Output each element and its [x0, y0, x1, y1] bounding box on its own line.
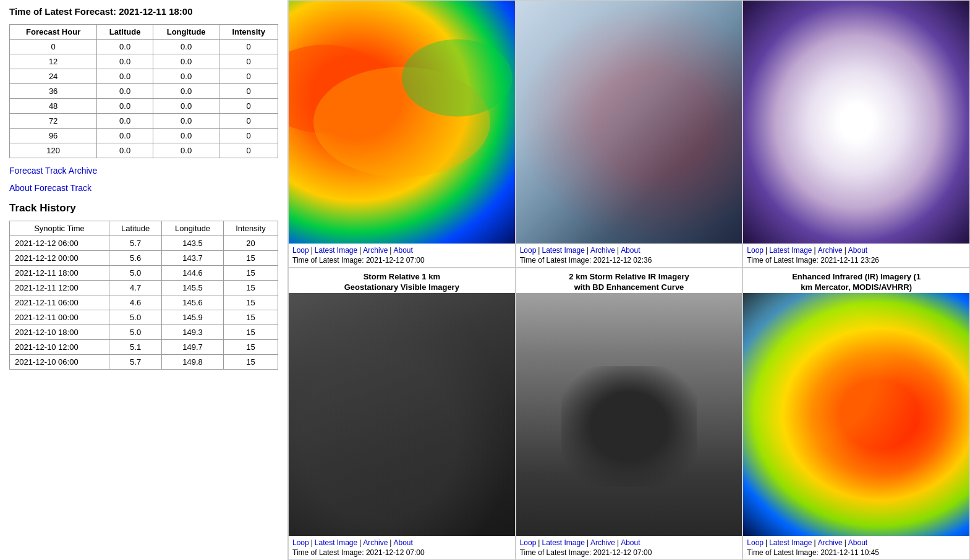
history-table-row: 2021-12-12 00:00 5.6 143.7 15 [10, 251, 278, 266]
latest-image-link-5[interactable]: Latest Image [542, 538, 584, 547]
history-intensity: 15 [223, 310, 278, 325]
history-lon: 145.5 [162, 281, 224, 295]
col-header-lat: Latitude [97, 25, 153, 40]
forecast-lat: 0.0 [97, 129, 153, 143]
latest-image-link-6[interactable]: Latest Image [769, 538, 812, 547]
forecast-hour: 12 [10, 54, 97, 69]
history-lat: 4.6 [109, 295, 162, 310]
forecast-table-row: 36 0.0 0.0 0 [10, 84, 278, 99]
history-intensity: 15 [223, 355, 278, 370]
history-table-row: 2021-12-12 06:00 5.7 143.5 20 [10, 236, 278, 251]
archive-link-6[interactable]: Archive [818, 538, 843, 547]
satellite-image-1 [289, 1, 515, 244]
history-table-row: 2021-12-11 12:00 4.7 145.5 15 [10, 281, 278, 295]
image-links-1: Loop | Latest Image | Archive | About [292, 246, 511, 255]
about-link-2[interactable]: About [621, 246, 640, 255]
about-link-3[interactable]: About [848, 246, 867, 255]
history-time: 2021-12-12 06:00 [10, 236, 109, 251]
loop-link-5[interactable]: Loop [520, 538, 537, 547]
image-caption-2: Loop | Latest Image | Archive | About Ti… [516, 244, 742, 267]
latest-image-link-3[interactable]: Latest Image [769, 246, 812, 255]
latest-image-link-1[interactable]: Latest Image [315, 246, 357, 255]
history-table-row: 2021-12-10 12:00 5.1 149.7 15 [10, 340, 278, 355]
satellite-image-5 [516, 293, 742, 536]
history-intensity: 20 [223, 236, 278, 251]
history-lon: 149.3 [162, 325, 224, 340]
forecast-intensity: 0 [219, 99, 278, 114]
image-links-6: Loop | Latest Image | Archive | About [747, 538, 966, 547]
history-lat: 5.0 [109, 266, 162, 281]
forecast-hour: 36 [10, 84, 97, 99]
archive-link-4[interactable]: Archive [363, 538, 388, 547]
loop-link-3[interactable]: Loop [747, 246, 764, 255]
latest-image-link-2[interactable]: Latest Image [542, 246, 584, 255]
archive-link-3[interactable]: Archive [818, 246, 843, 255]
satellite-image-2 [516, 1, 742, 244]
about-forecast-track-section: About Forecast Track [9, 183, 278, 193]
forecast-table-row: 24 0.0 0.0 0 [10, 69, 278, 84]
about-link-1[interactable]: About [393, 246, 412, 255]
history-lat: 5.1 [109, 340, 162, 355]
image-cell-5: 2 km Storm Relative IR Imagerywith BD En… [516, 268, 743, 560]
history-intensity: 15 [223, 251, 278, 266]
history-table-row: 2021-12-10 06:00 5.7 149.8 15 [10, 355, 278, 370]
about-link-4[interactable]: About [393, 538, 412, 547]
forecast-lat: 0.0 [97, 54, 153, 69]
history-time: 2021-12-12 00:00 [10, 251, 109, 266]
forecast-hour: 96 [10, 129, 97, 143]
history-lon: 145.6 [162, 295, 224, 310]
archive-link-1[interactable]: Archive [363, 246, 388, 255]
latest-image-link-4[interactable]: Latest Image [315, 538, 357, 547]
image-title-6: Enhanced Infrared (IR) Imagery (1km Merc… [743, 268, 969, 293]
forecast-intensity: 0 [219, 54, 278, 69]
forecast-track-archive-link[interactable]: Forecast Track Archive [9, 166, 97, 176]
track-history-title: Track History [9, 202, 278, 214]
history-lon: 149.7 [162, 340, 224, 355]
forecast-intensity: 0 [219, 143, 278, 158]
hist-col-intensity: Intensity [223, 221, 278, 236]
forecast-hour: 72 [10, 114, 97, 129]
image-cell-4: Storm Relative 1 kmGeostationary Visible… [288, 268, 516, 560]
forecast-lat: 0.0 [97, 99, 153, 114]
image-cell-1: Loop | Latest Image | Archive | About Ti… [288, 0, 516, 268]
image-caption-5: Loop | Latest Image | Archive | About Ti… [516, 536, 742, 559]
about-link-6[interactable]: About [848, 538, 867, 547]
history-intensity: 15 [223, 295, 278, 310]
loop-link-4[interactable]: Loop [292, 538, 309, 547]
image-title-4: Storm Relative 1 kmGeostationary Visible… [289, 268, 515, 293]
left-panel: Time of Latest Forecast: 2021-12-11 18:0… [0, 0, 287, 560]
about-forecast-track-link[interactable]: About Forecast Track [9, 183, 91, 193]
history-lat: 5.6 [109, 251, 162, 266]
about-link-5[interactable]: About [621, 538, 640, 547]
forecast-lon: 0.0 [153, 114, 219, 129]
forecast-hour: 48 [10, 99, 97, 114]
forecast-lat: 0.0 [97, 114, 153, 129]
history-intensity: 15 [223, 325, 278, 340]
history-intensity: 15 [223, 281, 278, 295]
loop-link-6[interactable]: Loop [747, 538, 764, 547]
history-lon: 143.7 [162, 251, 224, 266]
track-history-table: Synoptic Time Latitude Longitude Intensi… [9, 221, 278, 370]
history-table-row: 2021-12-11 06:00 4.6 145.6 15 [10, 295, 278, 310]
loop-link-1[interactable]: Loop [292, 246, 309, 255]
history-lat: 5.7 [109, 355, 162, 370]
history-time: 2021-12-11 12:00 [10, 281, 109, 295]
satellite-image-3 [743, 1, 969, 244]
forecast-hour: 0 [10, 40, 97, 54]
history-lon: 145.9 [162, 310, 224, 325]
forecast-track-archive-section: Forecast Track Archive [9, 166, 278, 176]
forecast-lat: 0.0 [97, 84, 153, 99]
image-links-2: Loop | Latest Image | Archive | About [520, 246, 739, 255]
col-header-lon: Longitude [153, 25, 219, 40]
image-time-4: Time of Latest Image: 2021-12-12 07:00 [292, 548, 511, 557]
history-lat: 5.0 [109, 325, 162, 340]
loop-link-2[interactable]: Loop [520, 246, 537, 255]
image-links-5: Loop | Latest Image | Archive | About [520, 538, 739, 547]
image-grid: Loop | Latest Image | Archive | About Ti… [287, 0, 970, 560]
archive-link-2[interactable]: Archive [590, 246, 615, 255]
archive-link-5[interactable]: Archive [590, 538, 615, 547]
forecast-lon: 0.0 [153, 84, 219, 99]
forecast-table-row: 120 0.0 0.0 0 [10, 143, 278, 158]
image-caption-6: Loop | Latest Image | Archive | About Ti… [743, 536, 969, 559]
forecast-table: Forecast Hour Latitude Longitude Intensi… [9, 24, 278, 158]
